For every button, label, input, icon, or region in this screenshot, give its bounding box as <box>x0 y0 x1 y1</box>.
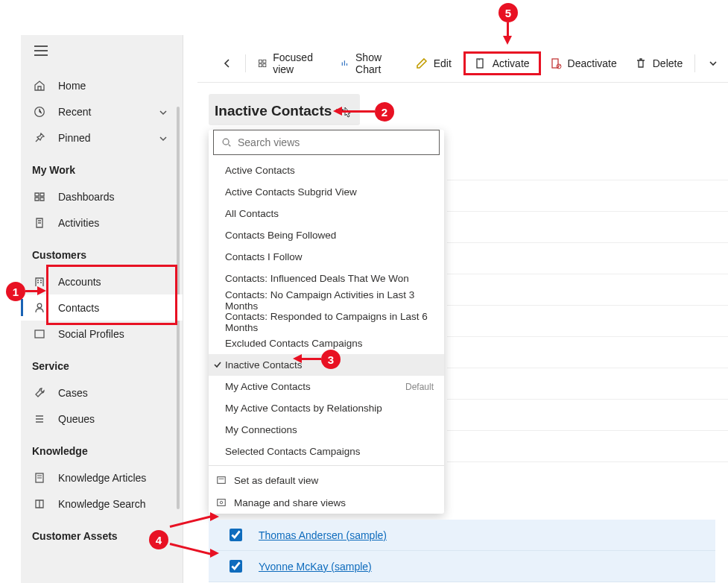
svg-rect-8 <box>477 59 483 68</box>
show-chart-button[interactable]: Show Chart <box>332 51 407 75</box>
nav-recent-label: Recent <box>58 106 91 118</box>
sidebar: Home Recent Pinned My Work Dashboards Ac… <box>21 35 183 583</box>
search-input[interactable] <box>238 136 431 148</box>
overflow-button[interactable] <box>698 51 728 75</box>
nav-activities-label: Activities <box>58 217 99 229</box>
delete-label: Delete <box>653 57 683 69</box>
nav-home[interactable]: Home <box>21 72 183 98</box>
hamburger-icon[interactable] <box>34 45 48 56</box>
view-option[interactable]: My Active Contacts by Relationship <box>209 397 444 419</box>
section-knowledge: Knowledge <box>21 432 183 464</box>
clock-icon <box>32 104 47 119</box>
view-dropdown: Active Contacts Active Contacts Subgrid … <box>209 130 444 514</box>
checkmark-icon <box>213 360 222 369</box>
activate-label: Activate <box>493 57 530 69</box>
person-icon <box>32 300 47 315</box>
svg-rect-12 <box>218 477 226 484</box>
main-area: Inactive Contacts Active Contacts Active… <box>209 94 715 582</box>
deactivate-icon <box>550 57 562 69</box>
callout-bubble-5: 5 <box>498 3 518 22</box>
command-bar: Focused view Show Chart Edit Activate De… <box>197 44 728 83</box>
view-option[interactable]: Selected Contacts Campaigns <box>209 441 444 462</box>
svg-rect-5 <box>263 60 266 63</box>
svg-rect-13 <box>218 500 226 506</box>
deactivate-label: Deactivate <box>568 57 617 69</box>
nav-activities[interactable]: Activities <box>21 209 183 236</box>
nav-pinned-label: Pinned <box>58 132 91 144</box>
view-option[interactable]: All Contacts <box>209 203 444 224</box>
nav-ksearch-label: Knowledge Search <box>58 498 146 510</box>
article-icon <box>32 470 47 485</box>
dashboard-icon <box>32 189 47 204</box>
nav-accounts-label: Accounts <box>58 276 101 288</box>
chevron-down-icon <box>159 133 168 142</box>
view-option[interactable]: Active Contacts Subgrid View <box>209 181 444 203</box>
deactivate-button[interactable]: Deactivate <box>541 51 626 75</box>
svg-point-14 <box>220 501 223 504</box>
view-option[interactable]: Contacts: No Campaign Activities in Last… <box>209 289 444 311</box>
activities-icon <box>32 215 47 230</box>
view-option[interactable]: My Active ContactsDefault <box>209 376 444 397</box>
trash-icon <box>635 57 647 69</box>
view-option[interactable]: Contacts: Influenced Deals That We Won <box>209 268 444 289</box>
record-row[interactable]: Yvonne McKay (sample) <box>209 551 715 582</box>
pin-view-icon <box>216 475 227 485</box>
row-checkbox[interactable] <box>230 529 242 541</box>
id-icon <box>32 327 47 341</box>
nav-knowledge-articles[interactable]: Knowledge Articles <box>21 464 183 491</box>
view-title-label: Inactive Contacts <box>215 103 332 119</box>
section-mywork: My Work <box>21 151 183 183</box>
nav-recent[interactable]: Recent <box>21 98 183 125</box>
chart-icon <box>341 57 349 69</box>
nav-social-label: Social Profiles <box>58 328 124 340</box>
view-option[interactable]: My Connections <box>209 419 444 441</box>
layout-icon <box>258 57 267 69</box>
nav-contacts[interactable]: Contacts <box>21 294 183 321</box>
svg-rect-4 <box>259 60 262 63</box>
focused-view-button[interactable]: Focused view <box>249 51 332 75</box>
nav-cases[interactable]: Cases <box>21 379 183 406</box>
edit-button[interactable]: Edit <box>407 51 460 75</box>
section-service: Service <box>21 347 183 379</box>
section-customers: Customers <box>21 236 183 268</box>
records-list: Thomas Andersen (sample) Yvonne McKay (s… <box>209 520 715 582</box>
nav-cases-label: Cases <box>58 387 88 399</box>
nav-social[interactable]: Social Profiles <box>21 321 183 347</box>
record-row[interactable]: Thomas Andersen (sample) <box>209 520 715 551</box>
activate-button[interactable]: Activate <box>463 51 541 75</box>
delete-button[interactable]: Delete <box>626 51 691 75</box>
callout-bubble-3: 3 <box>321 350 341 369</box>
row-checkbox[interactable] <box>230 560 242 573</box>
activate-icon <box>475 57 487 69</box>
search-icon <box>221 137 232 148</box>
nav-contacts-label: Contacts <box>58 302 99 314</box>
view-option[interactable]: Contacts: Responded to Campaigns in Last… <box>209 311 444 333</box>
view-option[interactable]: Contacts Being Followed <box>209 224 444 246</box>
chevron-down-icon <box>159 107 168 116</box>
view-option[interactable]: Contacts I Follow <box>209 246 444 268</box>
manage-views[interactable]: Manage and share views <box>209 491 444 514</box>
home-icon <box>32 78 47 93</box>
manage-icon <box>216 497 227 508</box>
back-button[interactable] <box>212 51 242 75</box>
callout-bubble-2: 2 <box>375 102 394 122</box>
nav-karticles-label: Knowledge Articles <box>58 472 146 484</box>
nav-queues[interactable]: Queues <box>21 406 183 432</box>
book-icon <box>32 497 47 511</box>
callout-bubble-1: 1 <box>6 282 25 301</box>
svg-rect-7 <box>263 63 266 66</box>
set-default-view[interactable]: Set as default view <box>209 469 444 491</box>
svg-rect-6 <box>259 63 262 66</box>
svg-point-11 <box>223 139 229 145</box>
nav-pinned[interactable]: Pinned <box>21 125 183 151</box>
record-link[interactable]: Yvonne McKay (sample) <box>259 561 372 573</box>
nav-knowledge-search[interactable]: Knowledge Search <box>21 491 183 517</box>
view-option[interactable]: Active Contacts <box>209 160 444 181</box>
svg-point-1 <box>37 303 42 308</box>
nav-queues-label: Queues <box>58 413 95 425</box>
pencil-icon <box>416 57 428 69</box>
nav-dashboards[interactable]: Dashboards <box>21 183 183 209</box>
record-link[interactable]: Thomas Andersen (sample) <box>259 529 387 541</box>
search-views[interactable] <box>213 130 440 155</box>
nav-dashboards-label: Dashboards <box>58 191 115 203</box>
